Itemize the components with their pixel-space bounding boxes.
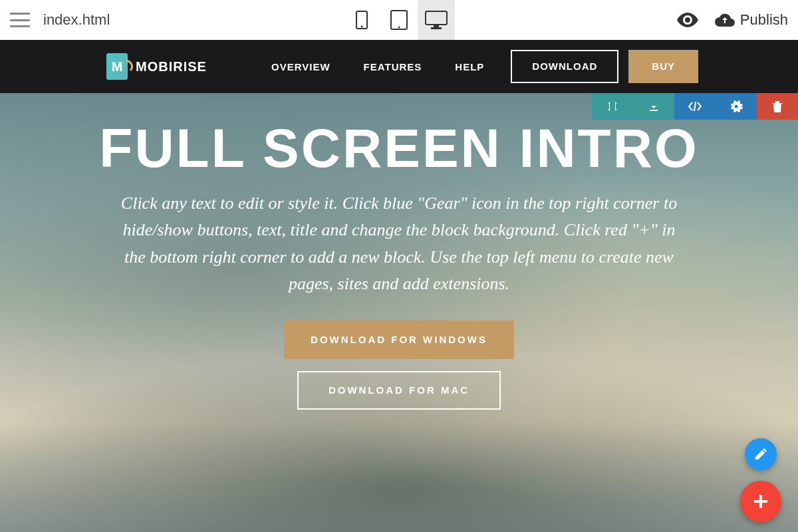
svg-rect-6: [431, 27, 442, 29]
mobile-view-button[interactable]: [343, 0, 380, 40]
svg-rect-4: [426, 11, 447, 25]
toolbar-right: Publish: [677, 11, 788, 29]
fab-group: [740, 438, 781, 522]
nav-help[interactable]: HELP: [438, 61, 501, 72]
hamburger-menu-icon[interactable]: [10, 13, 30, 27]
desktop-view-button[interactable]: [418, 0, 455, 40]
filename[interactable]: index.html: [43, 11, 110, 29]
download-mac-button[interactable]: DOWNLOAD FOR MAC: [297, 371, 501, 410]
hero-subtitle[interactable]: Click any text to edit or style it. Clic…: [0, 190, 798, 297]
hero-title[interactable]: FULL SCREEN INTRO: [0, 120, 798, 177]
pencil-icon: [754, 448, 767, 461]
site-header: M MOBIRISE OVERVIEW FEATURES HELP DOWNLO…: [0, 40, 798, 93]
hero-block: FULL SCREEN INTRO Click any text to edit…: [0, 93, 798, 532]
publish-button[interactable]: Publish: [715, 11, 788, 29]
buy-button[interactable]: BUY: [628, 50, 698, 83]
preview-button[interactable]: [677, 13, 698, 27]
svg-point-1: [361, 26, 363, 28]
device-switcher: [343, 0, 455, 40]
brand-logo-icon: M: [106, 53, 128, 80]
app-toolbar: index.html Publish: [0, 0, 798, 40]
edit-fab[interactable]: [745, 438, 777, 470]
download-windows-button[interactable]: DOWNLOAD FOR WINDOWS: [284, 321, 514, 359]
hero-buttons: DOWNLOAD FOR WINDOWS DOWNLOAD FOR MAC: [0, 321, 798, 410]
nav-features[interactable]: FEATURES: [347, 61, 439, 72]
publish-label: Publish: [740, 11, 788, 29]
svg-rect-5: [434, 25, 439, 27]
brand-name: MOBIRISE: [136, 59, 207, 74]
main-nav: OVERVIEW FEATURES HELP DOWNLOAD BUY: [255, 50, 798, 83]
add-block-fab[interactable]: [740, 481, 781, 522]
svg-point-7: [685, 17, 690, 23]
brand[interactable]: M MOBIRISE: [106, 53, 207, 80]
nav-overview[interactable]: OVERVIEW: [255, 61, 347, 72]
tablet-view-button[interactable]: [380, 0, 418, 40]
hero-content: FULL SCREEN INTRO Click any text to edit…: [0, 93, 798, 410]
cloud-upload-icon: [715, 13, 735, 27]
plus-icon: [752, 493, 769, 510]
download-button[interactable]: DOWNLOAD: [511, 50, 618, 83]
svg-point-3: [398, 27, 400, 29]
